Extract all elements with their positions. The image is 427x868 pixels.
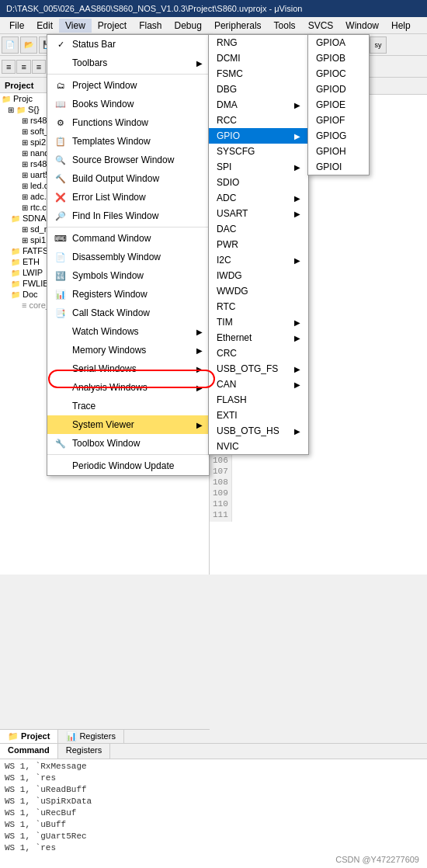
sv-rtc[interactable]: RTC xyxy=(209,299,308,314)
gpio-submenu: GPIOA GPIOB GPIOC GPIOD GPIOE GPIOF GPIO… xyxy=(307,34,370,175)
menu-periodic-update[interactable]: Periodic Window Update xyxy=(47,457,209,475)
sv-fsmc[interactable]: FSMC xyxy=(209,66,308,82)
tree-file-spi1: ⊞ xyxy=(22,236,28,245)
open-btn[interactable]: 📂 xyxy=(20,36,37,54)
sv-spi[interactable]: SPI ▶ xyxy=(209,159,308,175)
menu-tools[interactable]: Tools xyxy=(268,19,302,33)
sv-rng[interactable]: RNG xyxy=(209,35,308,50)
tree-sdnand-icon: 📁 xyxy=(11,214,20,223)
bottom-tab-registers[interactable]: 📊 Registers xyxy=(58,730,124,743)
gpio-gpioc[interactable]: GPIOC xyxy=(308,66,369,82)
gpioc-label: GPIOC xyxy=(316,68,346,79)
gpio-gpiof[interactable]: GPIOF xyxy=(308,113,369,128)
sv-adc[interactable]: ADC ▶ xyxy=(209,190,308,206)
menu-watch-windows[interactable]: Watch Windows ▶ xyxy=(47,322,209,341)
menu-debug[interactable]: Debug xyxy=(168,19,208,33)
menu-command-window[interactable]: ⌨ Command Window xyxy=(47,229,209,248)
analysis-arrow: ▶ xyxy=(196,384,203,392)
sv-usb-otg-hs[interactable]: USB_OTG_HS ▶ xyxy=(209,423,308,439)
gpio-gpioi[interactable]: GPIOI xyxy=(308,159,369,175)
menu-build-output[interactable]: 🔨 Build Output Window xyxy=(47,169,209,188)
menu-call-stack[interactable]: 📑 Call Stack Window xyxy=(47,304,209,322)
gpio-gpiob[interactable]: GPIOB xyxy=(308,50,369,66)
usb-otg-hs-arrow: ▶ xyxy=(294,427,300,436)
bottom-tab-project[interactable]: 📁 Project xyxy=(0,730,58,743)
menu-analysis-windows[interactable]: Analysis Windows ▶ xyxy=(47,378,209,397)
menu-disassembly[interactable]: 📄 Disassembly Window xyxy=(47,248,209,266)
sv-gpio[interactable]: GPIO ▶ xyxy=(209,128,308,144)
check-icon: ✓ xyxy=(54,37,68,51)
tb2-1[interactable]: ≡ xyxy=(2,60,16,74)
sv-dma[interactable]: DMA ▶ xyxy=(209,97,308,113)
menu-project[interactable]: Project xyxy=(92,19,133,33)
menu-edit[interactable]: Edit xyxy=(30,19,59,33)
menu-memory-windows[interactable]: Memory Windows ▶ xyxy=(47,341,209,359)
gpio-gpioe[interactable]: GPIOE xyxy=(308,97,369,113)
new-btn[interactable]: 📄 xyxy=(2,36,19,54)
memory-windows-label: Memory Windows xyxy=(72,345,146,356)
toolbox-label: Toolbox Window xyxy=(72,438,140,449)
menu-error-list[interactable]: ❌ Error List Window xyxy=(47,188,209,207)
project-window-label: Project Window xyxy=(72,80,137,91)
sv-dac[interactable]: DAC xyxy=(209,221,308,237)
sv-tim[interactable]: TIM ▶ xyxy=(209,314,308,330)
menu-books-window[interactable]: 📖 Books Window xyxy=(47,95,209,113)
adc-arrow: ▶ xyxy=(294,194,300,203)
sv-usart[interactable]: USART ▶ xyxy=(209,206,308,221)
sv-dcmi[interactable]: DCMI xyxy=(209,50,308,66)
gpio-gpiog[interactable]: GPIOG xyxy=(308,128,369,144)
sv-can[interactable]: CAN ▶ xyxy=(209,377,308,392)
menu-svcs[interactable]: SVCS xyxy=(302,19,340,33)
gpio-gpiod[interactable]: GPIOD xyxy=(308,82,369,97)
sv-nvic[interactable]: NVIC xyxy=(209,439,308,454)
menu-system-viewer[interactable]: System Viewer ▶ xyxy=(47,415,209,434)
sv-flash[interactable]: FLASH xyxy=(209,392,308,408)
tab-command[interactable]: Command xyxy=(0,744,58,759)
sv-rcc-label: RCC xyxy=(217,115,237,126)
menu-trace[interactable]: Trace xyxy=(47,397,209,415)
menu-symbols[interactable]: 🔣 Symbols Window xyxy=(47,266,209,285)
gpioh-label: GPIOH xyxy=(316,146,346,157)
sv-rcc[interactable]: RCC xyxy=(209,113,308,128)
menu-project-window[interactable]: 🗂 Project Window xyxy=(47,76,209,95)
t7[interactable]: sy xyxy=(370,36,387,54)
sv-exti[interactable]: EXTI xyxy=(209,408,308,423)
menu-window[interactable]: Window xyxy=(339,19,385,33)
sv-iwdg[interactable]: IWDG xyxy=(209,268,308,283)
menu-help[interactable]: Help xyxy=(385,19,417,33)
menu-flash[interactable]: Flash xyxy=(133,19,168,33)
sv-pwr[interactable]: PWR xyxy=(209,237,308,252)
call-stack-icon: 📑 xyxy=(54,306,68,320)
menu-status-bar[interactable]: ✓ Status Bar xyxy=(47,35,209,54)
tb2-2[interactable]: ≡ xyxy=(16,60,30,74)
tab-registers-bottom[interactable]: Registers xyxy=(58,744,110,759)
menu-registers[interactable]: 📊 Registers Window xyxy=(47,285,209,304)
sv-usb-otg-fs[interactable]: USB_OTG_FS ▶ xyxy=(209,361,308,377)
menu-file[interactable]: File xyxy=(3,19,30,33)
gpio-gpioh[interactable]: GPIOH xyxy=(308,144,369,159)
tb2-3[interactable]: ≡ xyxy=(32,60,46,74)
call-stack-label: Call Stack Window xyxy=(72,307,150,318)
menu-templates-window[interactable]: 📋 Templates Window xyxy=(47,132,209,151)
menu-serial-windows[interactable]: Serial Windows ▶ xyxy=(47,359,209,378)
registers-label: Registers Window xyxy=(72,289,148,300)
menu-source-browser[interactable]: 🔍 Source Browser Window xyxy=(47,151,209,169)
title-bar: D:\TASK_005\026_AAS860\S860_NOS_V1.0.3\P… xyxy=(0,0,427,17)
sv-wwdg[interactable]: WWDG xyxy=(209,283,308,299)
sv-sdio[interactable]: SDIO xyxy=(209,175,308,190)
sv-syscfg[interactable]: SYSCFG xyxy=(209,144,308,159)
sv-crc[interactable]: CRC xyxy=(209,345,308,361)
build-output-icon: 🔨 xyxy=(54,172,68,186)
menu-peripherals[interactable]: Peripherals xyxy=(208,19,268,33)
gpio-gpioa[interactable]: GPIOA xyxy=(308,35,369,50)
menu-functions-window[interactable]: ⚙ Functions Window xyxy=(47,113,209,132)
menu-toolbox-window[interactable]: 🔧 Toolbox Window xyxy=(47,434,209,453)
sv-dbg[interactable]: DBG xyxy=(209,82,308,97)
cmd-line-4: WS 1, `uSpiRxData xyxy=(5,796,422,807)
menu-toolbars[interactable]: Toolbars ▶ xyxy=(47,54,209,72)
sv-ethernet[interactable]: Ethernet ▶ xyxy=(209,330,308,345)
sv-usb-otg-fs-label: USB_OTG_FS xyxy=(217,363,278,374)
menu-find-in-files[interactable]: 🔎 Find In Files Window xyxy=(47,207,209,225)
sv-i2c[interactable]: I2C ▶ xyxy=(209,252,308,268)
menu-view[interactable]: View xyxy=(59,19,92,33)
